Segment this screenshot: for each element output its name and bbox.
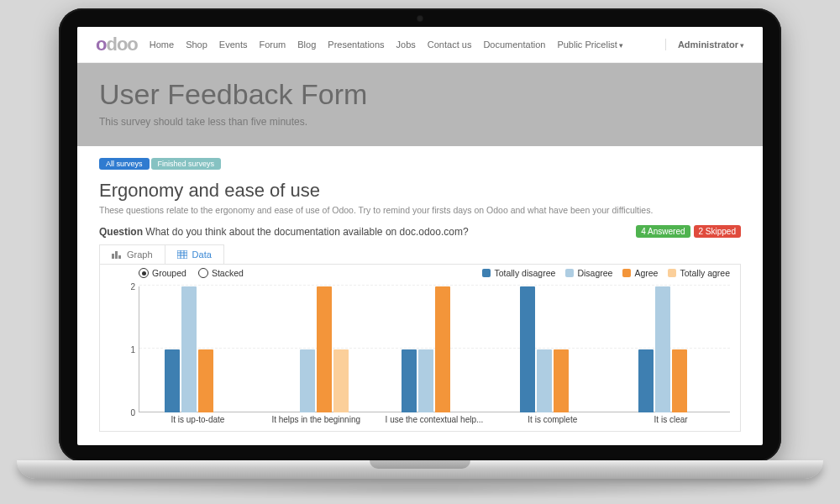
section-title: Ergonomy and ease of use <box>99 180 741 202</box>
legend-label: Totally disagree <box>494 268 555 278</box>
laptop-base <box>17 460 823 479</box>
bar <box>317 286 332 412</box>
nav-links: Home Shop Events Forum Blog Presentation… <box>150 39 654 50</box>
hero: User Feedback Form This survey should ta… <box>77 63 763 146</box>
x-label: It helps in the beginning <box>257 412 375 428</box>
nav-home[interactable]: Home <box>150 39 174 50</box>
y-tick: 1 <box>130 345 135 354</box>
svg-rect-3 <box>177 250 187 259</box>
bar <box>520 286 535 412</box>
chart-tabs: Graph Data <box>99 244 224 264</box>
bar <box>165 349 180 412</box>
radio-icon <box>198 268 208 278</box>
bar-group <box>375 286 494 412</box>
bar-chart-icon <box>112 250 122 259</box>
nav-events[interactable]: Events <box>219 39 248 50</box>
bar-group <box>139 286 257 412</box>
x-label: It is complete <box>493 412 612 428</box>
radio-icon <box>139 268 149 278</box>
brand-logo[interactable]: odoo <box>96 34 138 55</box>
bar <box>655 286 670 412</box>
tab-graph-label: Graph <box>127 249 153 260</box>
bar-group <box>257 286 375 412</box>
chart-plot: 012 It is up-to-dateIt helps in the begi… <box>139 286 730 428</box>
bar <box>402 349 417 412</box>
legend-swatch <box>482 269 491 277</box>
legend-swatch <box>565 269 574 277</box>
tab-data[interactable]: Data <box>165 245 223 264</box>
page-subtitle: This survey should take less than five m… <box>99 116 741 128</box>
radio-stacked[interactable]: Stacked <box>198 268 244 278</box>
screen: odoo Home Shop Events Forum Blog Present… <box>77 27 763 445</box>
bar <box>537 349 552 412</box>
bar <box>435 286 450 412</box>
bar <box>638 349 654 412</box>
chart-grouping-toggles: Grouped Stacked <box>139 268 244 278</box>
camera-dot <box>417 15 423 22</box>
nav-user-label: Administrator <box>678 39 738 50</box>
question-row: Question What do you think about the doc… <box>99 225 741 238</box>
nav-presentations[interactable]: Presentations <box>328 39 384 50</box>
tab-data-label: Data <box>192 249 212 260</box>
x-label: It is up-to-date <box>139 412 257 428</box>
chart-bars <box>139 286 730 412</box>
page-title: User Feedback Form <box>99 78 741 111</box>
bar <box>554 349 569 412</box>
tab-graph[interactable]: Graph <box>100 245 165 264</box>
question-body: What do you think about the documentatio… <box>145 226 468 238</box>
nav-contact[interactable]: Contact us <box>428 39 472 50</box>
nav-pricelist-label: Public Pricelist <box>557 39 617 50</box>
nav-blog[interactable]: Blog <box>297 39 316 50</box>
y-tick: 2 <box>130 282 135 291</box>
bar <box>333 349 349 412</box>
nav-user[interactable]: Administrator▾ <box>678 39 744 50</box>
laptop-frame: odoo Home Shop Events Forum Blog Present… <box>59 8 781 462</box>
y-tick: 0 <box>130 408 135 417</box>
svg-rect-0 <box>112 254 114 259</box>
question-text: Question What do you think about the doc… <box>99 226 469 238</box>
legend-swatch <box>668 269 676 277</box>
badge-answered: 4 Answered <box>636 225 690 238</box>
badge-skipped: 2 Skipped <box>694 225 741 238</box>
question-label: Question <box>99 226 143 238</box>
table-icon <box>177 250 187 259</box>
bar <box>672 349 687 412</box>
x-label: It is clear <box>612 412 730 428</box>
nav-separator <box>665 39 666 50</box>
legend-totally-agree: Totally agree <box>668 268 730 278</box>
nav-jobs[interactable]: Jobs <box>396 39 416 50</box>
legend-label: Totally agree <box>680 268 730 278</box>
svg-rect-1 <box>115 251 118 259</box>
svg-rect-2 <box>118 255 121 259</box>
x-label: I use the contextual help... <box>375 412 494 428</box>
chevron-down-icon: ▾ <box>619 41 623 50</box>
pill-finished-surveys[interactable]: Finished surveys <box>151 158 222 170</box>
chart-legend: Totally disagree Disagree Agree Totally … <box>482 268 730 278</box>
bar <box>181 286 197 412</box>
legend-swatch <box>622 269 631 277</box>
legend-totally-disagree: Totally disagree <box>482 268 555 278</box>
radio-grouped[interactable]: Grouped <box>139 268 186 278</box>
nav-shop[interactable]: Shop <box>186 39 207 50</box>
chevron-down-icon: ▾ <box>740 41 744 50</box>
bar <box>418 349 433 412</box>
legend-disagree: Disagree <box>565 268 612 278</box>
bar <box>300 349 315 412</box>
bar-group <box>612 286 730 412</box>
pill-all-surveys[interactable]: All surveys <box>99 158 150 170</box>
x-axis-labels: It is up-to-dateIt helps in the beginnin… <box>139 412 730 428</box>
legend-label: Disagree <box>577 268 612 278</box>
section-desc: These questions relate to the ergonomy a… <box>99 205 741 215</box>
y-axis: 012 <box>115 286 137 412</box>
radio-stacked-label: Stacked <box>212 268 244 278</box>
legend-label: Agree <box>634 268 658 278</box>
radio-grouped-label: Grouped <box>152 268 186 278</box>
nav-pricelist[interactable]: Public Pricelist▾ <box>557 39 623 50</box>
bar-group <box>493 286 612 412</box>
nav-forum[interactable]: Forum <box>259 39 286 50</box>
legend-agree: Agree <box>622 268 658 278</box>
nav-documentation[interactable]: Documentation <box>483 39 545 50</box>
chart-frame: Grouped Stacked Totally disagree Disagre… <box>99 264 741 432</box>
top-nav: odoo Home Shop Events Forum Blog Present… <box>77 27 763 63</box>
bar <box>198 349 213 412</box>
